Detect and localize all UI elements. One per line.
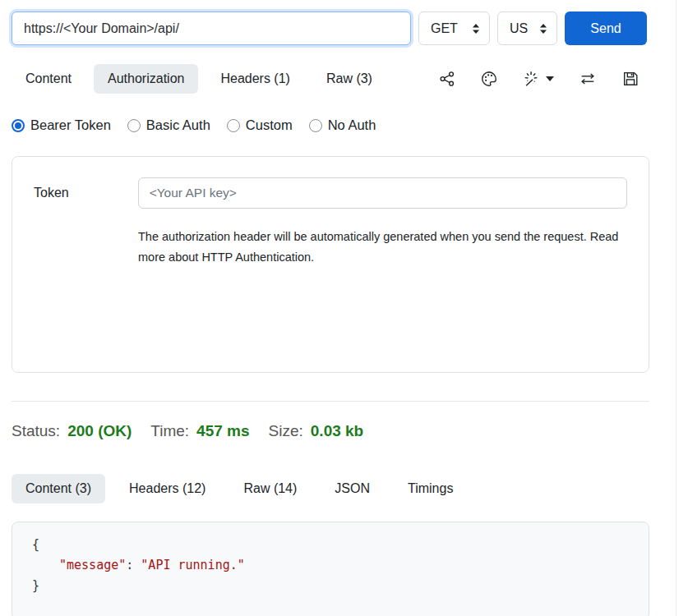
api-client-page: GET US Send Content Authorization Header… bbox=[0, 0, 649, 616]
response-tab-raw[interactable]: Raw (14) bbox=[229, 474, 311, 503]
status-value: 200 (OK) bbox=[67, 422, 132, 440]
radio-unselected-icon bbox=[127, 119, 141, 132]
url-input[interactable] bbox=[12, 11, 411, 45]
radio-label: Custom bbox=[246, 117, 293, 133]
radio-bearer-token[interactable]: Bearer Token bbox=[12, 117, 111, 133]
time-value: 457 ms bbox=[196, 422, 249, 440]
radio-label: Basic Auth bbox=[146, 117, 210, 133]
tab-authorization[interactable]: Authorization bbox=[94, 64, 198, 94]
time-label: Time: bbox=[150, 422, 189, 440]
time-pair: Time: 457 ms bbox=[150, 422, 249, 440]
response-tab-content[interactable]: Content (3) bbox=[12, 474, 105, 503]
status-pair: Status: 200 (OK) bbox=[12, 422, 132, 440]
sparkle-menu-icon[interactable] bbox=[522, 70, 554, 88]
select-updown-icon bbox=[538, 23, 548, 34]
code-line: } bbox=[32, 576, 649, 596]
radio-no-auth[interactable]: No Auth bbox=[309, 117, 376, 133]
share-icon[interactable] bbox=[438, 70, 456, 88]
auth-panel: Token The authorization header will be a… bbox=[12, 156, 649, 373]
send-button[interactable]: Send bbox=[565, 11, 647, 45]
divider bbox=[12, 401, 649, 402]
save-icon[interactable] bbox=[621, 70, 640, 88]
request-tabs-row: Content Authorization Headers (1) Raw (3… bbox=[12, 64, 649, 94]
select-updown-icon bbox=[471, 23, 481, 34]
response-tab-timings[interactable]: Timings bbox=[394, 474, 467, 503]
response-tab-json[interactable]: JSON bbox=[321, 474, 384, 503]
caret-down-icon bbox=[546, 76, 554, 81]
code-open-brace: { bbox=[32, 537, 39, 552]
tab-headers[interactable]: Headers (1) bbox=[206, 64, 303, 94]
request-toolbar bbox=[438, 70, 649, 88]
region-select-value: US bbox=[510, 21, 528, 36]
response-tabs: Content (3) Headers (12) Raw (14) JSON T… bbox=[12, 474, 649, 503]
code-line: { bbox=[32, 535, 649, 555]
size-value: 0.03 kb bbox=[311, 422, 363, 440]
swap-arrows-icon[interactable] bbox=[578, 70, 598, 88]
method-select[interactable]: GET bbox=[418, 11, 490, 45]
radio-unselected-icon bbox=[309, 119, 322, 132]
radio-custom[interactable]: Custom bbox=[227, 117, 293, 133]
region-select[interactable]: US bbox=[497, 11, 557, 45]
request-tabs: Content Authorization Headers (1) Raw (3… bbox=[12, 64, 386, 94]
radio-label: Bearer Token bbox=[30, 117, 111, 133]
code-key: "message" bbox=[59, 558, 126, 572]
method-select-value: GET bbox=[431, 21, 458, 36]
radio-label: No Auth bbox=[328, 117, 376, 133]
radio-basic-auth[interactable]: Basic Auth bbox=[127, 117, 210, 133]
status-label: Status: bbox=[12, 422, 60, 440]
page-edge-line bbox=[676, 0, 676, 616]
request-bar: GET US Send bbox=[12, 11, 649, 45]
auth-type-options: Bearer Token Basic Auth Custom No Auth bbox=[12, 117, 649, 133]
auth-help-text: The authorization header will be automat… bbox=[138, 227, 619, 268]
code-value: "API running." bbox=[141, 558, 244, 572]
palette-icon[interactable] bbox=[480, 70, 498, 88]
radio-unselected-icon bbox=[227, 119, 240, 132]
code-separator: : bbox=[126, 558, 141, 572]
token-input[interactable] bbox=[138, 177, 627, 209]
code-line: "message": "API running." bbox=[32, 555, 649, 576]
token-row: Token bbox=[34, 177, 627, 209]
response-tab-headers[interactable]: Headers (12) bbox=[115, 474, 219, 503]
radio-selected-icon bbox=[12, 119, 25, 132]
tab-raw[interactable]: Raw (3) bbox=[312, 64, 386, 94]
code-close-brace: } bbox=[32, 578, 39, 593]
tab-content[interactable]: Content bbox=[12, 64, 85, 94]
size-pair: Size: 0.03 kb bbox=[269, 422, 364, 440]
response-summary: Status: 200 (OK) Time: 457 ms Size: 0.03… bbox=[12, 422, 649, 440]
size-label: Size: bbox=[269, 422, 303, 440]
response-body[interactable]: { "message": "API running." } bbox=[12, 522, 649, 616]
token-label: Token bbox=[34, 186, 138, 200]
